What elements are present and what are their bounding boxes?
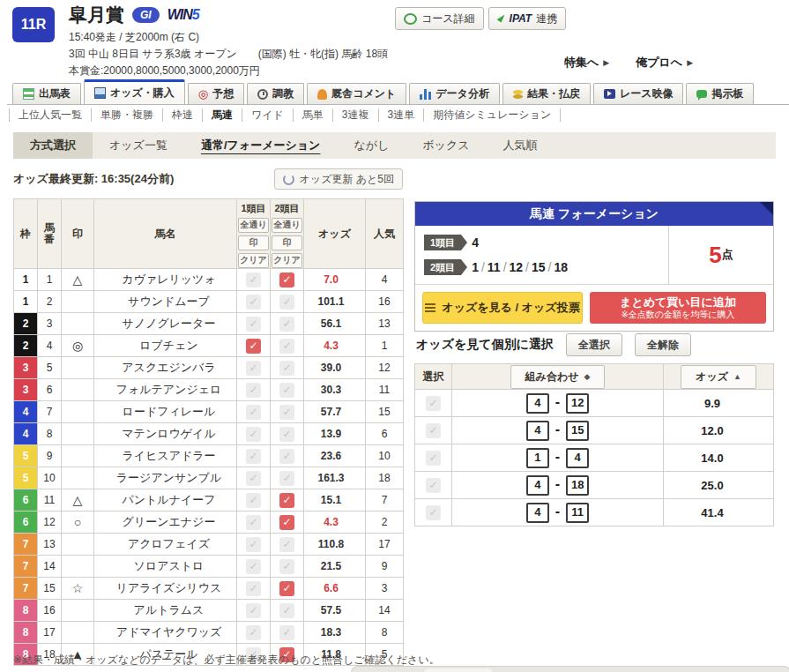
select-all-button[interactable]: 全選択 bbox=[566, 333, 622, 356]
horse-name[interactable]: マテンロウゲイル bbox=[94, 423, 237, 445]
second-horse-checkbox[interactable]: ✓ bbox=[279, 625, 294, 640]
horse-name[interactable]: リアライズシリウス bbox=[94, 578, 237, 600]
first-horse-checkbox[interactable]: ✓ bbox=[246, 383, 261, 398]
subnav-馬連[interactable]: 馬連 bbox=[202, 108, 242, 122]
first-horse-checkbox[interactable]: ✓ bbox=[246, 361, 261, 376]
first-horse-checkbox[interactable]: ✓ bbox=[246, 405, 261, 420]
clear-all-button[interactable]: 全解除 bbox=[635, 333, 691, 356]
first-mark-button[interactable]: 印 bbox=[238, 235, 269, 250]
combo-select-checkbox[interactable]: ✓ bbox=[426, 478, 441, 493]
horse-name[interactable]: カヴァレリッツォ bbox=[94, 269, 237, 291]
horse-name[interactable]: ロブチェン bbox=[94, 335, 237, 357]
second-horse-checkbox[interactable]: ✓ bbox=[279, 427, 294, 442]
odds-sort-button[interactable]: オッズ▲ bbox=[681, 365, 756, 389]
first-all-button[interactable]: 全通り bbox=[238, 218, 269, 233]
tab-予想[interactable]: 予想 bbox=[188, 83, 244, 104]
method-通常/フォーメーション[interactable]: 通常/フォーメーション bbox=[184, 132, 337, 159]
first-horse-checkbox[interactable]: ✓ bbox=[246, 581, 261, 596]
combination-sort-button[interactable]: 組み合わせ◆ bbox=[510, 365, 606, 389]
first-horse-checkbox[interactable]: ✓ bbox=[246, 603, 261, 618]
second-horse-checkbox[interactable]: ✓ bbox=[279, 339, 294, 354]
first-horse-checkbox[interactable]: ✓ bbox=[246, 515, 261, 530]
subnav-枠連[interactable]: 枠連 bbox=[162, 108, 202, 122]
second-horse-checkbox[interactable]: ✓ bbox=[279, 471, 294, 486]
horse-name[interactable]: アスクエジンバラ bbox=[94, 357, 237, 379]
second-horse-checkbox[interactable]: ✓ bbox=[279, 361, 294, 376]
odds-value: 6.6 bbox=[304, 578, 366, 600]
horse-name[interactable]: ソロアストロ bbox=[94, 556, 237, 578]
odds-refresh-button[interactable]: オッズ更新 あと5回 bbox=[274, 168, 403, 190]
first-horse-checkbox[interactable]: ✓ bbox=[246, 471, 261, 486]
second-horse-checkbox[interactable]: ✓ bbox=[279, 493, 294, 508]
first-horse-checkbox[interactable]: ✓ bbox=[246, 449, 261, 464]
method-オッズ一覧[interactable]: オッズ一覧 bbox=[93, 132, 184, 159]
subnav-単勝・複勝[interactable]: 単勝・複勝 bbox=[91, 108, 162, 122]
first-horse-checkbox[interactable]: ✓ bbox=[246, 537, 261, 552]
tab-調教[interactable]: 調教 bbox=[247, 83, 304, 104]
horse-row: 11△カヴァレリッツォ✓✓7.04 bbox=[14, 269, 404, 291]
course-detail-button[interactable]: コース詳細 bbox=[395, 7, 484, 30]
second-horse-checkbox[interactable]: ✓ bbox=[279, 273, 294, 287]
horse-name[interactable]: フォルテアンジェロ bbox=[94, 379, 237, 401]
first-horse-checkbox[interactable]: ✓ bbox=[246, 339, 261, 354]
horse-name[interactable]: アクロフェイズ bbox=[94, 534, 237, 556]
method-ながし[interactable]: ながし bbox=[337, 132, 406, 159]
second-all-button[interactable]: 全通り bbox=[272, 218, 302, 233]
subnav-3連単[interactable]: 3連単 bbox=[378, 108, 424, 122]
first-horse-checkbox[interactable]: ✓ bbox=[246, 273, 261, 287]
first-horse-checkbox[interactable]: ✓ bbox=[246, 317, 261, 332]
tab-厩舎コメント[interactable]: 厩舎コメント bbox=[307, 83, 406, 104]
second-horse-checkbox[interactable]: ✓ bbox=[279, 603, 294, 618]
first-horse-checkbox[interactable]: ✓ bbox=[246, 625, 261, 640]
subnav-期待値シミュレーション[interactable]: 期待値シミュレーション bbox=[423, 108, 561, 122]
tab-掲示板[interactable]: 掲示板 bbox=[686, 83, 754, 104]
tab-結果・払戻[interactable]: 結果・払戻 bbox=[502, 83, 591, 104]
second-horse-checkbox[interactable]: ✓ bbox=[279, 317, 294, 332]
frame-cell: 1 bbox=[14, 291, 38, 313]
subnav-馬単[interactable]: 馬単 bbox=[293, 108, 332, 122]
header-link-0[interactable]: 特集へ▶ bbox=[564, 55, 609, 71]
second-horse-checkbox[interactable]: ✓ bbox=[279, 295, 294, 310]
method-方式選択[interactable]: 方式選択 bbox=[13, 132, 93, 159]
first-horse-checkbox[interactable]: ✓ bbox=[246, 295, 261, 310]
combo-select-checkbox[interactable]: ✓ bbox=[426, 423, 441, 438]
second-horse-checkbox[interactable]: ✓ bbox=[279, 449, 294, 464]
ipat-link-button[interactable]: IPAT 連携 bbox=[488, 7, 567, 30]
first-horse-checkbox[interactable]: ✓ bbox=[246, 493, 261, 508]
combo-select-checkbox[interactable]: ✓ bbox=[426, 396, 441, 411]
combo-select-checkbox[interactable]: ✓ bbox=[426, 505, 441, 520]
tab-レース映像[interactable]: レース映像 bbox=[593, 83, 684, 104]
subnav-ワイド[interactable]: ワイド bbox=[242, 108, 293, 122]
second-horse-checkbox[interactable]: ✓ bbox=[279, 383, 294, 398]
second-horse-checkbox[interactable]: ✓ bbox=[279, 559, 294, 574]
header-link-1[interactable]: 俺プロへ▶ bbox=[636, 55, 693, 71]
subnav-上位人気一覧[interactable]: 上位人気一覧 bbox=[9, 108, 91, 122]
second-clear-button[interactable]: クリア bbox=[272, 253, 302, 268]
horse-name[interactable]: サノノグレーター bbox=[94, 313, 237, 335]
view-odds-vote-button[interactable]: オッズを見る / オッズ投票 bbox=[422, 292, 583, 324]
tab-オッズ・購入[interactable]: オッズ・購入 bbox=[84, 79, 185, 104]
horse-name[interactable]: アルトラムス bbox=[94, 600, 237, 622]
horse-name[interactable]: アドマイヤクワッズ bbox=[94, 622, 237, 644]
method-ボックス[interactable]: ボックス bbox=[406, 132, 486, 159]
horse-name[interactable]: グリーンエナジー bbox=[94, 511, 237, 534]
first-horse-checkbox[interactable]: ✓ bbox=[246, 427, 261, 442]
horse-name[interactable]: サウンドムーブ bbox=[94, 291, 237, 313]
first-horse-checkbox[interactable]: ✓ bbox=[246, 559, 261, 574]
second-mark-button[interactable]: 印 bbox=[272, 235, 302, 250]
horse-name[interactable]: ラージアンサンブル bbox=[94, 467, 237, 489]
second-horse-checkbox[interactable]: ✓ bbox=[279, 581, 294, 596]
horse-name[interactable]: ライヒスアドラー bbox=[94, 445, 237, 467]
second-horse-checkbox[interactable]: ✓ bbox=[279, 537, 294, 552]
horse-name[interactable]: パントルナイーフ bbox=[94, 489, 237, 511]
tab-データ分析[interactable]: データ分析 bbox=[409, 83, 500, 104]
method-人気順[interactable]: 人気順 bbox=[487, 132, 555, 159]
tab-出馬表[interactable]: 出馬表 bbox=[12, 83, 81, 104]
second-horse-checkbox[interactable]: ✓ bbox=[279, 405, 294, 420]
second-horse-checkbox[interactable]: ✓ bbox=[279, 515, 294, 530]
first-clear-button[interactable]: クリア bbox=[238, 253, 269, 268]
combo-select-checkbox[interactable]: ✓ bbox=[426, 451, 441, 466]
add-to-bets-button[interactable]: まとめて買い目に追加 ※全点数の金額を均等に購入 bbox=[590, 292, 766, 324]
subnav-3連複[interactable]: 3連複 bbox=[332, 108, 378, 122]
horse-name[interactable]: ロードフィレール bbox=[94, 401, 237, 423]
